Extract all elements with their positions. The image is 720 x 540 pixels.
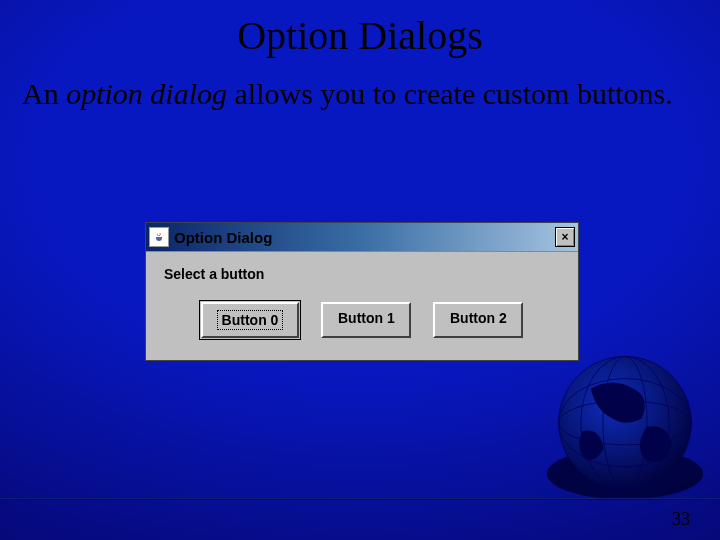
body-text-italic: option dialog <box>66 77 227 110</box>
svg-point-1 <box>559 356 692 489</box>
dialog-button-row: Button 0 Button 1 Button 2 <box>164 302 560 342</box>
page-number: 33 <box>672 509 690 530</box>
option-dialog-window: Option Dialog × Select a button Button 0… <box>145 222 579 361</box>
option-button-1-label: Button 1 <box>338 310 395 326</box>
option-button-2-label: Button 2 <box>450 310 507 326</box>
option-button-0[interactable]: Button 0 <box>201 302 300 338</box>
footer-divider <box>0 498 720 500</box>
slide-body: An option dialog allows you to create cu… <box>0 59 720 112</box>
globe-decoration <box>540 342 710 512</box>
option-button-1[interactable]: Button 1 <box>321 302 411 338</box>
slide-title: Option Dialogs <box>0 0 720 59</box>
slide: Option Dialogs An option dialog allows y… <box>0 0 720 540</box>
dialog-prompt: Select a button <box>164 266 560 282</box>
body-text-prefix: An <box>22 77 66 110</box>
close-button[interactable]: × <box>555 227 575 247</box>
java-icon <box>149 227 169 247</box>
dialog-body: Select a button Button 0 Button 1 Button… <box>146 252 578 360</box>
dialog-titlebar: Option Dialog × <box>146 223 578 252</box>
option-button-0-label: Button 0 <box>217 310 284 330</box>
body-text-suffix: allows you to create custom buttons. <box>227 77 673 110</box>
option-button-2[interactable]: Button 2 <box>433 302 523 338</box>
dialog-title: Option Dialog <box>174 229 555 246</box>
close-icon: × <box>561 231 568 243</box>
